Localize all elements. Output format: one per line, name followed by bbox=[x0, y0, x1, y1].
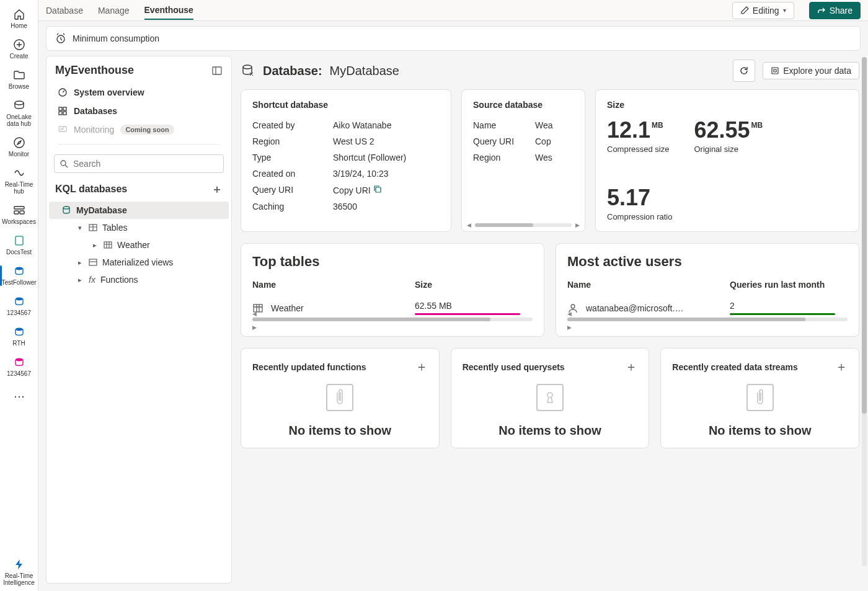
users-scrollbar[interactable]: ◀ ▶ bbox=[567, 308, 848, 331]
svg-rect-23 bbox=[89, 259, 97, 265]
kql-section-title: KQL databases bbox=[55, 184, 127, 195]
keyhole-icon bbox=[536, 384, 564, 411]
compass-icon bbox=[13, 136, 25, 149]
rail-create[interactable]: Create bbox=[0, 34, 38, 64]
pencil-icon bbox=[740, 6, 749, 15]
rail-rth[interactable]: RTH bbox=[0, 321, 38, 352]
rail-label: Home bbox=[11, 22, 27, 29]
search-icon bbox=[60, 159, 68, 168]
active-users-panel: Most active users Name Queries run last … bbox=[556, 243, 859, 337]
rail-monitor[interactable]: Monitor bbox=[0, 132, 38, 162]
nav-databases[interactable]: Databases bbox=[50, 102, 228, 120]
rail-more[interactable]: ⋯ bbox=[14, 382, 25, 411]
workspaces-icon bbox=[13, 203, 25, 217]
svg-rect-22 bbox=[104, 242, 112, 248]
svg-rect-17 bbox=[63, 112, 66, 115]
metric-ratio: 5.17 Compression ratio bbox=[607, 185, 848, 221]
explore-icon bbox=[771, 66, 779, 75]
coming-soon-pill: Coming soon bbox=[120, 125, 174, 135]
source-scrollbar[interactable]: ◀ ▶ bbox=[467, 223, 580, 228]
tab-bar: Database Manage Eventhouse Editing ▾ Sha… bbox=[38, 0, 868, 21]
scroll-left-icon[interactable]: ◀ bbox=[567, 311, 572, 317]
svg-rect-5 bbox=[20, 211, 24, 214]
search-box[interactable] bbox=[54, 154, 224, 173]
rail-realtime-hub[interactable]: Real-Time hub bbox=[0, 162, 38, 200]
source-name-link[interactable]: Wea bbox=[535, 120, 553, 130]
svg-rect-3 bbox=[14, 207, 24, 209]
svg-point-8 bbox=[16, 298, 23, 301]
rail-onelake[interactable]: OneLake data hub bbox=[0, 95, 38, 132]
tab-manage[interactable]: Manage bbox=[98, 2, 130, 19]
db-icon bbox=[14, 264, 25, 278]
function-icon: fx bbox=[89, 275, 95, 285]
svg-point-2 bbox=[14, 138, 24, 148]
tree-table-weather[interactable]: ▸ Weather bbox=[49, 236, 229, 254]
banner-text: Minimum consumption bbox=[73, 33, 159, 43]
gauge-icon bbox=[58, 87, 68, 97]
svg-point-29 bbox=[547, 393, 552, 398]
consumption-banner[interactable]: Minimum consumption bbox=[46, 26, 861, 51]
add-datastream-button[interactable]: ＋ bbox=[835, 358, 848, 375]
search-input[interactable] bbox=[73, 159, 218, 169]
rail-rti[interactable]: Real-Time Intelligence bbox=[0, 554, 38, 591]
tree-functions[interactable]: ▸ fx Functions bbox=[49, 271, 229, 288]
scroll-left-icon[interactable]: ◀ bbox=[252, 311, 257, 317]
tile-datastreams: Recently created data streams ＋ No items… bbox=[660, 348, 859, 448]
rail-1234567b[interactable]: 1234567 bbox=[0, 352, 38, 382]
metric-original: 62.55MB Original size bbox=[694, 117, 763, 154]
table-icon bbox=[104, 241, 112, 249]
explore-data-button[interactable]: Explore your data bbox=[763, 62, 859, 79]
shortcut-database-card: Shortcut database Created byAiko Watanab… bbox=[241, 89, 451, 232]
db-pink-icon bbox=[14, 355, 25, 369]
rail-home[interactable]: Home bbox=[0, 4, 38, 34]
database-icon bbox=[241, 63, 255, 78]
tab-eventhouse[interactable]: Eventhouse bbox=[144, 1, 193, 20]
content-area: Database: MyDatabase Explore your data S… bbox=[232, 56, 861, 584]
tree-tables[interactable]: ▾ Tables bbox=[49, 219, 229, 236]
clip-icon bbox=[746, 384, 774, 411]
tab-database[interactable]: Database bbox=[46, 2, 83, 19]
tree-db-mydatabase[interactable]: MyDatabase bbox=[49, 202, 229, 219]
collapse-icon[interactable] bbox=[211, 65, 223, 76]
add-queryset-button[interactable]: ＋ bbox=[625, 358, 637, 375]
source-copy-uri[interactable]: Cop bbox=[535, 136, 551, 146]
matview-icon bbox=[89, 258, 97, 267]
chevron-right-icon: ▸ bbox=[91, 241, 99, 249]
top-tables-scrollbar[interactable]: ◀ ▶ bbox=[252, 308, 533, 331]
eventhouse-panel: MyEventhouse System overview Databases M… bbox=[46, 56, 232, 584]
add-function-button[interactable]: ＋ bbox=[415, 358, 428, 375]
database-name: MyDatabase bbox=[330, 64, 399, 78]
vertical-scrollbar[interactable] bbox=[862, 57, 867, 566]
db-icon bbox=[14, 295, 25, 308]
db-tree: MyDatabase ▾ Tables ▸ Weather ▸ Material… bbox=[46, 199, 231, 291]
source-database-card: Source database NameWea Query URICop Reg… bbox=[461, 89, 585, 232]
scroll-right-icon[interactable]: ▶ bbox=[252, 324, 257, 331]
nav-system-overview[interactable]: System overview bbox=[50, 83, 228, 102]
rail-browse[interactable]: Browse bbox=[0, 64, 38, 95]
left-rail: Home Create Browse OneLake data hub Moni… bbox=[0, 0, 38, 591]
alarm-icon bbox=[55, 33, 66, 44]
svg-rect-4 bbox=[14, 211, 19, 214]
rail-docstest[interactable]: DocsTest bbox=[0, 230, 38, 260]
scroll-right-icon[interactable]: ▶ bbox=[567, 324, 572, 331]
refresh-button[interactable] bbox=[733, 60, 755, 82]
onelake-icon bbox=[13, 99, 25, 112]
workspace: MyEventhouse System overview Databases M… bbox=[38, 56, 868, 591]
share-button[interactable]: Share bbox=[809, 2, 861, 19]
rail-1234567a[interactable]: 1234567 bbox=[0, 291, 38, 321]
add-database-button[interactable]: ＋ bbox=[211, 182, 223, 197]
svg-rect-14 bbox=[59, 107, 62, 110]
editing-button[interactable]: Editing ▾ bbox=[732, 2, 794, 19]
scroll-right-icon[interactable]: ▶ bbox=[575, 222, 580, 228]
scroll-left-icon[interactable]: ◀ bbox=[467, 222, 471, 228]
chevron-right-icon: ▸ bbox=[76, 276, 84, 284]
refresh-icon bbox=[739, 66, 749, 76]
tree-matviews[interactable]: ▸ Materialized views bbox=[49, 254, 229, 271]
share-icon bbox=[817, 6, 826, 15]
rail-workspaces[interactable]: Workspaces bbox=[0, 200, 38, 230]
copy-icon bbox=[373, 185, 382, 195]
rail-testfollower[interactable]: TestFollower bbox=[0, 260, 38, 291]
realtime-icon bbox=[13, 166, 25, 180]
clip-icon bbox=[326, 384, 353, 411]
copy-uri-link[interactable]: Copy URI bbox=[333, 185, 382, 195]
